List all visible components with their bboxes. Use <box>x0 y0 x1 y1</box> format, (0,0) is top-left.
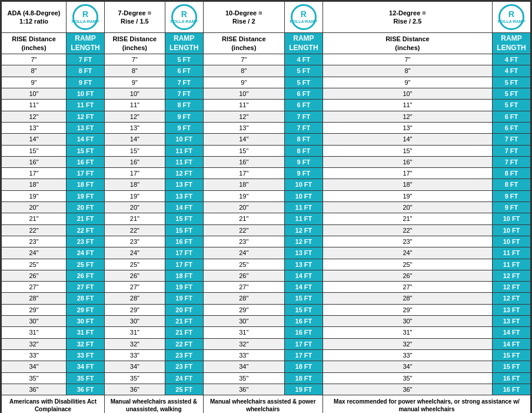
table-cell: 36" <box>322 384 492 395</box>
table-cell: 18" <box>2 179 66 190</box>
7deg-ramp-label: RAMP LENGTH <box>169 34 198 52</box>
table-cell: 9 FT <box>284 168 322 179</box>
table-cell: 15" <box>2 145 66 156</box>
table-row: 24"24 FT24"17 FT24"13 FT24"11 FT <box>2 247 531 259</box>
table-cell: 17" <box>105 168 165 179</box>
table-cell: 10 FT <box>66 88 105 100</box>
footer-row: Americans with Disabilities Act Complain… <box>2 395 531 413</box>
table-cell: 14 FT <box>66 134 105 145</box>
table-cell: 23" <box>203 236 284 247</box>
table-cell: 13 FT <box>493 316 531 327</box>
table-cell: 21 FT <box>165 327 203 338</box>
table-cell: 10 FT <box>284 190 322 201</box>
table-cell: 35 FT <box>66 372 105 384</box>
table-cell: 11" <box>322 100 492 111</box>
table-cell: 4 FT <box>493 65 531 77</box>
7deg-header-text: 7-Degree = Rise / 1.5 <box>118 9 152 25</box>
table-cell: 10" <box>105 88 165 100</box>
table-cell: 31" <box>2 327 66 338</box>
table-row: 8"8 FT8"6 FT8"5 FT8"4 FT <box>2 65 531 77</box>
table-cell: 35" <box>2 372 66 384</box>
table-cell: 17 FT <box>66 168 105 179</box>
footer-12deg: Max recommended for power wheelchairs, o… <box>322 395 530 413</box>
table-cell: 25 FT <box>165 384 203 395</box>
table-cell: 23 FT <box>165 349 203 361</box>
table-row: 9"9 FT9"7 FT9"5 FT9"5 FT <box>2 77 531 88</box>
table-cell: 8 FT <box>284 134 322 145</box>
table-cell: 17 FT <box>165 259 203 270</box>
table-cell: 4 FT <box>493 54 531 65</box>
10deg-rise-subheader: RISE Distance (inches) <box>203 33 284 54</box>
10deg-ramp-subheader: RAMP LENGTH <box>284 33 322 54</box>
table-cell: 26" <box>2 270 66 281</box>
table-cell: 28" <box>105 293 165 304</box>
table-row: 33"33 FT33"23 FT33"17 FT33"15 FT <box>2 349 531 361</box>
table-cell: 11" <box>2 100 66 111</box>
table-cell: 34" <box>322 361 492 372</box>
table-row: 18"18 FT18"13 FT18"10 FT18"8 FT <box>2 179 531 190</box>
table-cell: 7" <box>105 54 165 65</box>
table-cell: 25" <box>105 259 165 270</box>
table-cell: 8" <box>2 65 66 77</box>
10deg-header: 10-Degree = Rise / 2 <box>203 2 284 33</box>
table-row: 34"34 FT34"23 FT34"18 FT34"15 FT <box>2 361 531 372</box>
ada-rise-subheader: RISE Distance (inches) <box>2 33 66 54</box>
table-cell: 8" <box>322 65 492 77</box>
table-cell: 33" <box>2 349 66 361</box>
table-cell: 13" <box>322 122 492 133</box>
table-cell: 15" <box>203 145 284 156</box>
table-cell: 17 FT <box>165 247 203 259</box>
table-cell: 30 FT <box>66 316 105 327</box>
table-cell: 8" <box>105 65 165 77</box>
table-cell: 11 FT <box>493 247 531 259</box>
table-cell: 15 FT <box>493 349 531 361</box>
table-cell: 35" <box>203 372 284 384</box>
table-cell: 24" <box>322 247 492 259</box>
table-cell: 7 FT <box>165 88 203 100</box>
table-cell: 15 FT <box>493 361 531 372</box>
table-cell: 17" <box>203 168 284 179</box>
table-row: 15"15 FT15"11 FT15"8 FT15"7 FT <box>2 145 531 156</box>
footer-10deg-text: Manual wheelchairs assisted & power whee… <box>210 398 316 412</box>
table-cell: 13" <box>203 122 284 133</box>
ada-header-text: ADA (4.8-Degree) 1:12 ratio <box>7 9 60 25</box>
table-row: 16"16 FT16"11 FT16"9 FT16"7 FT <box>2 156 531 167</box>
table-row: 23"23 FT23"16 FT23"12 FT23"10 FT <box>2 236 531 247</box>
table-cell: 11 FT <box>284 202 322 213</box>
table-cell: 29" <box>322 304 492 315</box>
table-cell: 9" <box>105 77 165 88</box>
table-cell: 32" <box>2 338 66 349</box>
table-cell: 30" <box>322 316 492 327</box>
table-cell: 9" <box>203 77 284 88</box>
table-row: 35"35 FT35"24 FT35"18 FT35"16 FT <box>2 372 531 384</box>
table-cell: 15" <box>322 145 492 156</box>
table-cell: 6 FT <box>493 111 531 122</box>
table-cell: 33" <box>105 349 165 361</box>
table-cell: 12" <box>2 111 66 122</box>
ada-header: ADA (4.8-Degree) 1:12 ratio <box>2 2 66 33</box>
ada-ramp-subheader: RAMP LENGTH <box>66 33 105 54</box>
table-cell: 19" <box>105 190 165 201</box>
table-cell: 8 FT <box>493 168 531 179</box>
table-cell: 17 FT <box>284 349 322 361</box>
table-cell: 10" <box>2 88 66 100</box>
table-cell: 34" <box>105 361 165 372</box>
table-cell: 14 FT <box>284 270 322 281</box>
header-row-1: ADA (4.8-Degree) 1:12 ratio RROLLA·RAMP … <box>2 2 531 33</box>
table-cell: 30" <box>2 316 66 327</box>
table-cell: 5 FT <box>493 88 531 100</box>
table-cell: 27" <box>2 282 66 293</box>
12deg-rise-subheader: RISE Distance (inches) <box>322 33 492 54</box>
table-row: 31"31 FT31"21 FT31"16 FT31"14 FT <box>2 327 531 338</box>
rolla-ramp-logo-3: RROLLA·RAMP <box>291 4 317 30</box>
table-row: 25"25 FT25"17 FT25"13 FT25"11 FT <box>2 259 531 270</box>
table-cell: 23 FT <box>66 236 105 247</box>
table-cell: 24 FT <box>165 372 203 384</box>
table-cell: 10" <box>322 88 492 100</box>
table-cell: 26" <box>203 270 284 281</box>
table-cell: 7 FT <box>284 122 322 133</box>
table-cell: 31" <box>322 327 492 338</box>
table-cell: 25" <box>322 259 492 270</box>
table-cell: 32" <box>322 338 492 349</box>
table-cell: 12" <box>203 111 284 122</box>
